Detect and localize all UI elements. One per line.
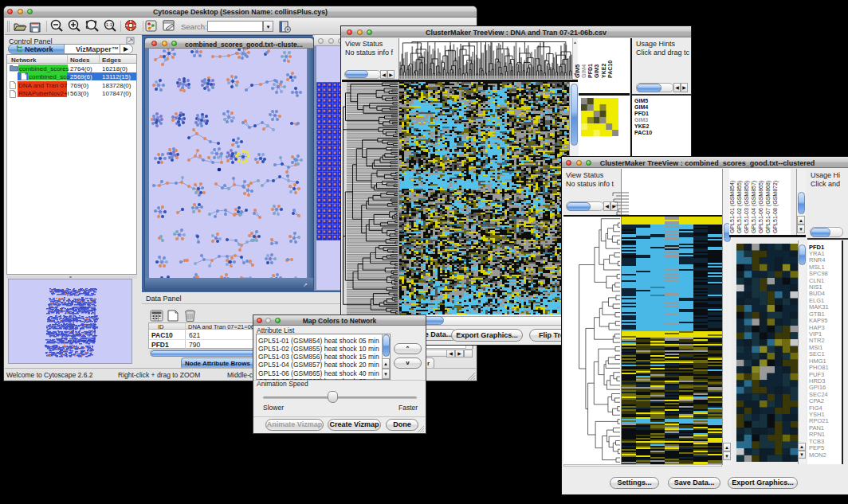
- svg-text:1:1: 1:1: [106, 22, 113, 27]
